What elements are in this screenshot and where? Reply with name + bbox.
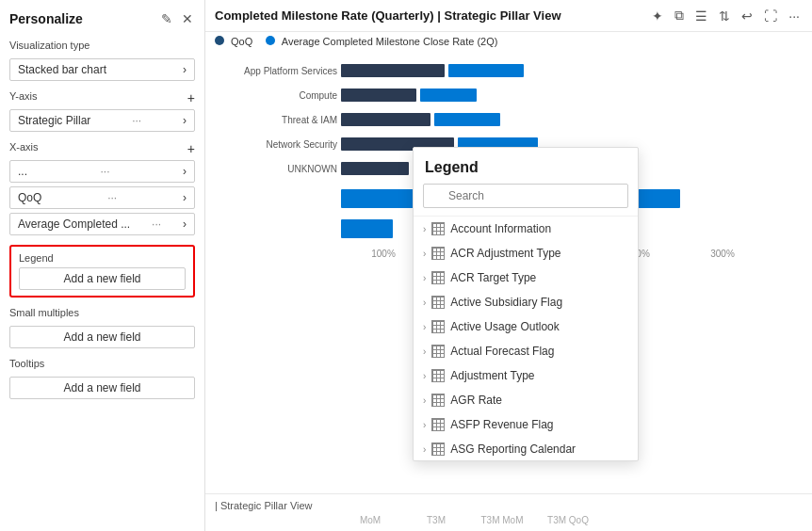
copy-icon[interactable]: ⧉: [672, 6, 687, 25]
small-multiples-add-button[interactable]: Add a new field: [9, 326, 195, 348]
tooltips-label: Tooltips: [9, 358, 195, 369]
table-asg-cal-icon: [431, 442, 445, 456]
table-actual-forecast-icon: [431, 345, 445, 358]
visualization-type-label: Visualization type: [9, 40, 195, 51]
legend-list-item-active-sub[interactable]: › Active Subsidiary Flag: [414, 290, 638, 314]
y-axis-section: Y-axis + Strategic Pillar ··· ›: [9, 90, 195, 132]
table-active-sub-icon: [431, 296, 445, 309]
chart-toolbar: ✦ ⧉ ☰ ⇅ ↩ ⛶ ···: [649, 6, 803, 25]
tick-300: 300%: [680, 249, 765, 259]
legend-list-item-adjustment[interactable]: › Adjustment Type: [414, 363, 638, 388]
legend-item-label-acr-tgt: ACR Target Type: [450, 271, 536, 284]
legend-list-item-asfp[interactable]: › ASFP Revenue Flag: [414, 412, 638, 437]
bar-label-compute: Compute: [215, 90, 337, 101]
avg-label: Average Completed Milestone Close Rate (…: [282, 36, 498, 47]
legend-list-item-asg-cal[interactable]: › ASG Reporting Calendar: [414, 437, 638, 460]
x-axis-row2-value: QoQ: [18, 191, 41, 204]
bar-dark-threat: [341, 113, 430, 126]
mini-chart-title: | Strategic Pillar View: [215, 500, 803, 511]
x-axis-section: X-axis + ... ··· › QoQ ··· › Average Com…: [9, 141, 195, 235]
chevron-actual-forecast-icon: ›: [423, 346, 426, 357]
table-adjustment-icon: [431, 369, 445, 382]
y-axis-value: Strategic Pillar: [18, 114, 90, 127]
undo-icon[interactable]: ↩: [739, 7, 755, 25]
visualization-type-section: Visualization type Stacked bar chart ›: [9, 40, 195, 81]
bar-dark-app: [341, 64, 445, 77]
x-axis-row2-dropdown[interactable]: QoQ ··· ›: [9, 186, 195, 209]
x-axis-label: X-axis: [9, 141, 39, 153]
legend-qoq: QoQ: [215, 36, 252, 47]
x-axis-row3-chevron: ›: [183, 217, 187, 231]
sort-icon[interactable]: ⇅: [716, 7, 733, 25]
legend-item-label-actual-forecast: Actual Forecast Flag: [450, 345, 554, 358]
mini-tick-t3m-qoq: T3M QoQ: [535, 515, 601, 525]
legend-list-item-active-usage[interactable]: › Active Usage Outlook: [414, 314, 638, 339]
wand-icon[interactable]: ✦: [649, 7, 666, 25]
mini-tick-mom: MoM: [337, 515, 403, 525]
legend-dropdown: Legend 🔍 › Account Information › ACR Adj…: [413, 147, 639, 461]
avg-dot: [266, 36, 275, 45]
legend-section: Legend Add a new field: [9, 245, 195, 298]
chevron-acr-tgt-icon: ›: [423, 273, 426, 283]
legend-dropdown-title: Legend: [414, 148, 638, 184]
filter-icon[interactable]: ☰: [692, 7, 710, 25]
legend-list-item-actual-forecast[interactable]: › Actual Forecast Flag: [414, 339, 638, 363]
panel-title: Personalize: [9, 11, 83, 26]
chevron-agr-rate-icon: ›: [423, 395, 426, 406]
legend-search-input[interactable]: [423, 184, 628, 208]
bar-label-app: App Platform Services: [215, 66, 337, 76]
bar-row-compute: Compute: [215, 87, 803, 104]
chart-legend-row: QoQ Average Completed Milestone Close Ra…: [205, 32, 812, 51]
mini-axis-row: MoM T3M T3M MoM T3M QoQ: [215, 515, 803, 525]
legend-item-label-active-usage: Active Usage Outlook: [450, 320, 559, 333]
y-axis-add-icon[interactable]: +: [187, 90, 195, 105]
legend-item-label-asfp: ASFP Revenue Flag: [450, 418, 553, 431]
search-wrap: 🔍: [423, 184, 628, 208]
mini-tick-t3m-mom: T3M MoM: [469, 515, 535, 525]
legend-add-field-button[interactable]: Add a new field: [19, 267, 186, 290]
main-content: Completed Milestone Rate (Quarterly) | S…: [205, 0, 812, 531]
table-asfp-icon: [431, 418, 445, 431]
chevron-asfp-icon: ›: [423, 420, 426, 430]
chevron-right-icon: ›: [183, 63, 187, 76]
table-acr-adj-icon: [431, 247, 445, 260]
x-axis-row1-ellipsis: ···: [101, 165, 110, 178]
legend-list-item-account[interactable]: › Account Information: [414, 217, 638, 241]
bar-blue-threat: [434, 113, 500, 126]
chevron-acr-adj-icon: ›: [423, 249, 426, 259]
header-icons: ✎ ✕: [159, 11, 195, 26]
legend-item-label-adjustment: Adjustment Type: [450, 369, 534, 382]
x-axis-add-icon[interactable]: +: [187, 141, 195, 156]
x-axis-row3-dropdown[interactable]: Average Completed ... ··· ›: [9, 213, 195, 235]
table-acr-tgt-icon: [431, 271, 445, 284]
more-icon[interactable]: ···: [786, 7, 803, 25]
x-axis-row3-value: Average Completed ...: [18, 217, 130, 231]
x-axis-header-row: X-axis +: [9, 141, 195, 156]
tooltips-add-button[interactable]: Add a new field: [9, 377, 195, 399]
bar-dark-compute: [341, 88, 416, 102]
chart-title: Completed Milestone Rate (Quarterly) | S…: [215, 8, 561, 23]
bar-label-threat: Threat & IAM: [215, 115, 337, 125]
legend-item-label-agr-rate: AGR Rate: [450, 394, 502, 407]
tooltips-section: Tooltips Add a new field: [9, 358, 195, 399]
y-axis-dropdown[interactable]: Strategic Pillar ··· ›: [9, 109, 195, 132]
pencil-icon-btn[interactable]: ✎: [159, 11, 174, 26]
bar-blue-app: [448, 64, 524, 77]
legend-search-wrap: 🔍: [414, 184, 638, 216]
expand-icon[interactable]: ⛶: [761, 7, 780, 25]
legend-list-item-acr-adj[interactable]: › ACR Adjustment Type: [414, 241, 638, 266]
legend-list-item-agr-rate[interactable]: › AGR Rate: [414, 388, 638, 412]
x-axis-row1-value: ...: [18, 165, 27, 178]
legend-list: › Account Information › ACR Adjustment T…: [414, 216, 638, 460]
small-multiples-section: Small multiples Add a new field: [9, 307, 195, 348]
small-multiples-label: Small multiples: [9, 307, 195, 318]
qoq-label: QoQ: [231, 36, 252, 47]
x-axis-row1-dropdown[interactable]: ... ··· ›: [9, 160, 195, 183]
legend-item-label-acr-adj: ACR Adjustment Type: [450, 247, 560, 260]
x-axis-row3-ellipsis: ···: [152, 217, 161, 231]
legend-list-item-acr-tgt[interactable]: › ACR Target Type: [414, 266, 638, 290]
visualization-type-dropdown[interactable]: Stacked bar chart ›: [9, 58, 195, 81]
table-agr-rate-icon: [431, 394, 445, 407]
chevron-active-usage-icon: ›: [423, 322, 426, 332]
close-icon-btn[interactable]: ✕: [180, 11, 195, 26]
